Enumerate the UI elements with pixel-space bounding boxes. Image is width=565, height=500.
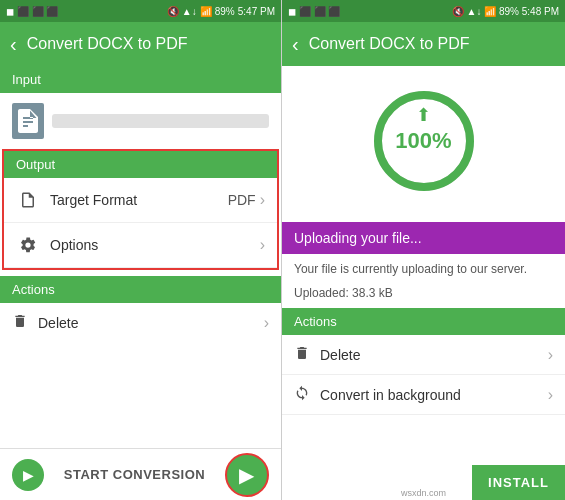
left-status-bar: ◼ ⬛ ⬛ ⬛ 🔇 ▲↓ 📶 89% 5:47 PM — [0, 0, 281, 22]
right-delete-icon — [294, 345, 310, 364]
right-app-title: Convert DOCX to PDF — [309, 35, 470, 53]
right-convert-bg-label: Convert in background — [320, 387, 548, 403]
uploading-banner: Uploading your file... — [282, 222, 565, 254]
progress-percent: 100% — [395, 128, 451, 154]
left-delete-item[interactable]: Delete › — [0, 303, 281, 343]
left-input-section — [0, 93, 281, 149]
left-panel: ◼ ⬛ ⬛ ⬛ 🔇 ▲↓ 📶 89% 5:47 PM ‹ Convert DOC… — [0, 0, 282, 500]
right-status-right: 🔇 ▲↓ 📶 89% 5:48 PM — [452, 6, 559, 17]
right-delete-label: Delete — [320, 347, 548, 363]
watermark: wsxdn.com — [401, 488, 446, 498]
left-battery: 89% — [215, 6, 235, 17]
left-app-header: ‹ Convert DOCX to PDF — [0, 22, 281, 66]
play-circle-icon: ▶ — [239, 463, 254, 487]
upload-arrow-icon: ⬆ — [416, 104, 431, 126]
right-convert-bg-chevron: › — [548, 386, 553, 404]
options-chevron: › — [260, 236, 265, 254]
uploading-detail: Your file is currently uploading to our … — [282, 254, 565, 284]
left-signal-icon: 🔇 ▲↓ — [167, 6, 197, 17]
target-format-icon — [16, 188, 40, 212]
target-format-value: PDF — [228, 192, 256, 208]
right-status-icons: ◼ ⬛ ⬛ ⬛ — [288, 6, 340, 17]
right-panel: ◼ ⬛ ⬛ ⬛ 🔇 ▲↓ 📶 89% 5:48 PM ‹ Convert DOC… — [282, 0, 565, 500]
target-format-label: Target Format — [50, 192, 228, 208]
uploading-detail-line1: Your file is currently uploading to our … — [294, 260, 553, 278]
left-status-icons-left: ◼ ⬛ ⬛ ⬛ — [6, 6, 58, 17]
play-icon-small-symbol: ▶ — [23, 467, 34, 483]
left-status-icons: ◼ ⬛ ⬛ ⬛ — [6, 6, 58, 17]
file-name-bar — [52, 114, 269, 128]
file-icon — [12, 103, 44, 139]
right-app-header: ‹ Convert DOCX to PDF — [282, 22, 565, 66]
left-actions-header: Actions — [0, 276, 281, 303]
left-time: 5:47 PM — [238, 6, 275, 17]
options-icon — [16, 233, 40, 257]
options-label: Options — [50, 237, 260, 253]
right-delete-item[interactable]: Delete › — [282, 335, 565, 375]
left-play-small[interactable]: ▶ — [12, 459, 44, 491]
right-convert-bg-item[interactable]: Convert in background › — [282, 375, 565, 415]
left-wifi-icon: 📶 — [200, 6, 212, 17]
left-input-header: Input — [0, 66, 281, 93]
left-app-title: Convert DOCX to PDF — [27, 35, 188, 53]
right-status-bar: ◼ ⬛ ⬛ ⬛ 🔇 ▲↓ 📶 89% 5:48 PM — [282, 0, 565, 22]
right-convert-bg-icon — [294, 385, 310, 404]
left-back-arrow[interactable]: ‹ — [10, 33, 17, 56]
left-actions-section: Actions Delete › — [0, 276, 281, 343]
left-output-header: Output — [4, 151, 277, 178]
target-format-chevron: › — [260, 191, 265, 209]
left-play-circle-btn[interactable]: ▶ — [225, 453, 269, 497]
right-actions-header: Actions — [282, 308, 565, 335]
upload-area: ⬆ 100% — [282, 66, 565, 222]
uploaded-size: Uploaded: 38.3 kB — [282, 284, 565, 308]
progress-ring-container: ⬆ 100% — [369, 86, 479, 196]
options-item[interactable]: Options › — [4, 223, 277, 268]
start-conversion-label: START CONVERSION — [64, 467, 205, 482]
right-delete-chevron: › — [548, 346, 553, 364]
right-back-arrow[interactable]: ‹ — [292, 33, 299, 56]
left-bottom-bar: ▶ START CONVERSION ▶ — [0, 448, 281, 500]
left-delete-icon — [12, 313, 28, 333]
left-status-right: 🔇 ▲↓ 📶 89% 5:47 PM — [167, 6, 275, 17]
install-button[interactable]: INSTALL — [472, 465, 565, 500]
output-section-wrapper: Output Target Format PDF › Options › — [2, 149, 279, 270]
target-format-item[interactable]: Target Format PDF › — [4, 178, 277, 223]
left-delete-label: Delete — [38, 315, 264, 331]
left-delete-chevron: › — [264, 314, 269, 332]
